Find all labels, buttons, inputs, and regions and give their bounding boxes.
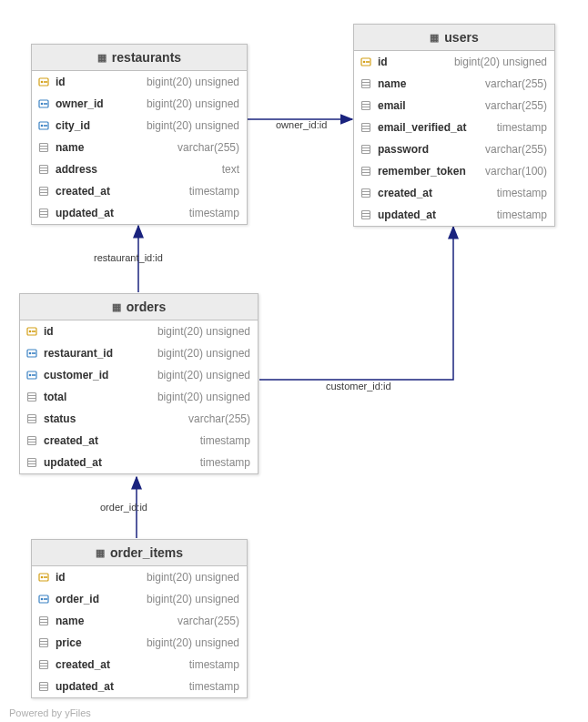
svg-rect-30 xyxy=(362,124,370,132)
svg-rect-54 xyxy=(28,393,36,402)
column-name: updated_at xyxy=(56,207,114,219)
column-type: bigint(20) unsigned xyxy=(157,369,250,381)
table-body-order-items: idbigint(20) unsignedorder_idbigint(20) … xyxy=(32,566,247,697)
svg-rect-18 xyxy=(40,209,48,218)
column-icon xyxy=(37,615,50,627)
column-type: timestamp xyxy=(497,208,547,221)
column-row[interactable]: passwordvarchar(255) xyxy=(354,138,554,160)
column-type: timestamp xyxy=(189,658,239,671)
column-type: varchar(255) xyxy=(485,143,547,156)
column-type: timestamp xyxy=(189,185,239,198)
column-type: bigint(20) unsigned xyxy=(157,391,250,403)
column-icon xyxy=(37,185,50,198)
table-order-items[interactable]: ▦ order_items idbigint(20) unsignedorder… xyxy=(31,539,248,698)
column-type: bigint(20) unsigned xyxy=(147,636,239,649)
table-users[interactable]: ▦ users idbigint(20) unsignednamevarchar… xyxy=(353,24,555,227)
svg-rect-23 xyxy=(366,61,370,63)
column-type: bigint(20) unsigned xyxy=(157,347,250,360)
column-row[interactable]: restaurant_idbigint(20) unsigned xyxy=(20,342,258,364)
column-row[interactable]: owner_idbigint(20) unsigned xyxy=(32,93,247,115)
foreign-key-icon xyxy=(37,97,50,110)
column-row[interactable]: created_attimestamp xyxy=(32,654,247,676)
column-name: name xyxy=(378,77,406,90)
column-icon xyxy=(360,121,372,134)
table-header-restaurants: ▦ restaurants xyxy=(32,45,247,71)
svg-rect-8 xyxy=(44,125,47,127)
column-row[interactable]: idbigint(20) unsigned xyxy=(32,71,247,93)
svg-point-70 xyxy=(41,598,44,601)
column-row[interactable]: idbigint(20) unsigned xyxy=(20,320,258,342)
column-type: timestamp xyxy=(497,121,547,134)
column-row[interactable]: addresstext xyxy=(32,158,247,180)
svg-point-67 xyxy=(41,576,44,579)
svg-rect-72 xyxy=(40,617,48,625)
column-row[interactable]: order_idbigint(20) unsigned xyxy=(32,588,247,610)
svg-rect-78 xyxy=(40,661,48,669)
column-icon xyxy=(360,165,372,178)
column-type: bigint(20) unsigned xyxy=(147,571,239,584)
column-row[interactable]: idbigint(20) unsigned xyxy=(32,566,247,588)
edge-label-orderitem: order_id:id xyxy=(100,502,147,513)
column-row[interactable]: totalbigint(20) unsigned xyxy=(20,386,258,408)
column-name: price xyxy=(56,636,82,649)
table-title: orders xyxy=(127,300,167,314)
column-icon xyxy=(37,163,50,176)
svg-rect-36 xyxy=(362,168,370,176)
column-row[interactable]: created_attimestamp xyxy=(354,182,554,204)
table-title: users xyxy=(444,30,478,45)
column-row[interactable]: namevarchar(255) xyxy=(354,73,554,95)
svg-rect-12 xyxy=(40,166,48,174)
svg-rect-5 xyxy=(44,103,47,105)
column-row[interactable]: namevarchar(255) xyxy=(32,610,247,632)
table-header-orders: ▦ orders xyxy=(20,294,258,320)
svg-rect-68 xyxy=(44,576,47,578)
svg-rect-33 xyxy=(362,146,370,154)
table-restaurants[interactable]: ▦ restaurants idbigint(20) unsignedowner… xyxy=(31,44,248,225)
column-row[interactable]: updated_attimestamp xyxy=(354,204,554,226)
edge-orders-to-users xyxy=(259,227,453,380)
column-name: created_at xyxy=(378,187,432,199)
column-row[interactable]: idbigint(20) unsigned xyxy=(354,51,554,73)
column-row[interactable]: email_verified_attimestamp xyxy=(354,117,554,138)
column-type: bigint(20) unsigned xyxy=(147,76,239,88)
column-type: varchar(255) xyxy=(485,77,547,90)
svg-rect-2 xyxy=(44,81,47,83)
column-type: timestamp xyxy=(200,456,250,469)
edge-label-owner: owner_id:id xyxy=(276,119,327,130)
svg-rect-71 xyxy=(44,598,47,600)
column-row[interactable]: namevarchar(255) xyxy=(32,137,247,158)
column-row[interactable]: created_attimestamp xyxy=(20,430,258,452)
column-name: total xyxy=(44,391,66,403)
column-row[interactable]: emailvarchar(255) xyxy=(354,95,554,117)
column-name: status xyxy=(44,412,76,425)
svg-rect-60 xyxy=(28,437,36,445)
table-orders[interactable]: ▦ orders idbigint(20) unsignedrestaurant… xyxy=(19,293,259,474)
column-type: varchar(255) xyxy=(177,615,239,627)
column-name: id xyxy=(56,76,66,88)
column-row[interactable]: created_attimestamp xyxy=(32,180,247,202)
column-row[interactable]: statusvarchar(255) xyxy=(20,408,258,430)
column-icon xyxy=(25,412,38,425)
column-name: restaurant_id xyxy=(44,347,113,360)
svg-rect-53 xyxy=(32,374,35,376)
column-icon xyxy=(25,434,38,447)
column-type: varchar(255) xyxy=(188,412,250,425)
column-type: bigint(20) unsigned xyxy=(147,119,239,132)
column-row[interactable]: updated_attimestamp xyxy=(32,676,247,697)
column-name: name xyxy=(56,615,84,627)
column-row[interactable]: updated_attimestamp xyxy=(32,202,247,224)
column-type: varchar(255) xyxy=(177,141,239,154)
svg-rect-50 xyxy=(32,352,35,354)
svg-point-46 xyxy=(29,330,32,333)
column-row[interactable]: city_idbigint(20) unsigned xyxy=(32,115,247,137)
column-row[interactable]: customer_idbigint(20) unsigned xyxy=(20,364,258,386)
column-icon xyxy=(37,680,50,693)
svg-point-4 xyxy=(41,103,44,106)
column-row[interactable]: pricebigint(20) unsigned xyxy=(32,632,247,654)
column-name: created_at xyxy=(56,185,110,198)
column-name: id xyxy=(378,56,388,68)
column-icon xyxy=(360,77,372,90)
column-row[interactable]: updated_attimestamp xyxy=(20,452,258,473)
svg-rect-81 xyxy=(40,683,48,691)
column-row[interactable]: remember_tokenvarchar(100) xyxy=(354,160,554,182)
